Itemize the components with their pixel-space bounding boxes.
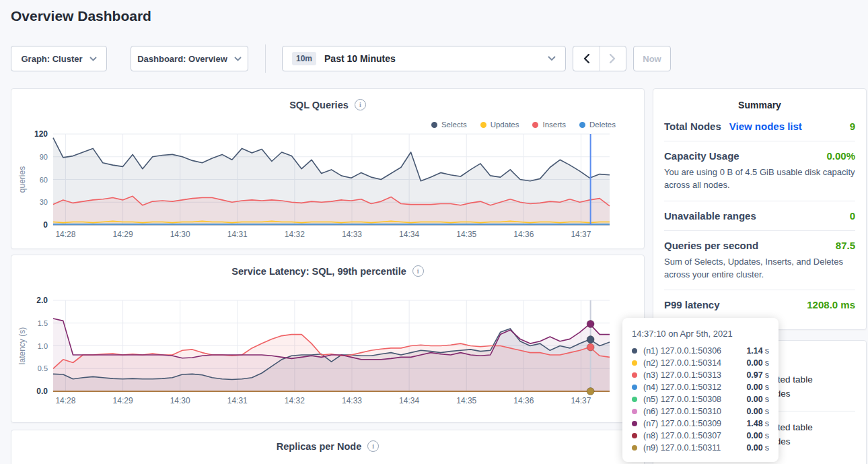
svg-text:14:29: 14:29 bbox=[113, 396, 133, 405]
tooltip-value: 0.97 bbox=[746, 370, 762, 380]
tooltip-value: 0.00 bbox=[746, 431, 762, 440]
tooltip-node-label: (n4) 127.0.0.1:50312 bbox=[643, 383, 746, 392]
svg-text:14:35: 14:35 bbox=[456, 396, 476, 405]
legend-dot-icon bbox=[480, 122, 486, 128]
svg-text:14:32: 14:32 bbox=[285, 230, 305, 239]
series-dot-icon bbox=[632, 433, 637, 438]
svg-text:14:30: 14:30 bbox=[170, 396, 190, 405]
dashboard-dropdown[interactable]: Dashboard: Overview bbox=[131, 46, 248, 71]
replicas-per-node-title: Replicas per Node bbox=[277, 441, 362, 452]
time-back-button[interactable] bbox=[573, 46, 600, 71]
service-latency-chart[interactable]: 0.00.51.01.52.014:2814:2914:3014:3114:32… bbox=[15, 294, 641, 410]
summary-row: P99 latency1208.0 ms bbox=[664, 290, 855, 319]
tooltip-value: 0.00 bbox=[746, 358, 762, 368]
now-button-label: Now bbox=[643, 54, 661, 64]
summary-heading: Summary bbox=[664, 100, 855, 110]
info-icon[interactable]: i bbox=[412, 265, 424, 277]
summary-label: P99 latency bbox=[664, 299, 720, 310]
tooltip-row: (n7) 127.0.0.1:503091.48s bbox=[632, 418, 769, 430]
summary-rows: Total NodesView nodes list9Capacity Usag… bbox=[664, 112, 855, 319]
svg-text:14:28: 14:28 bbox=[55, 230, 75, 239]
summary-value: 0 bbox=[850, 210, 855, 222]
svg-text:14:34: 14:34 bbox=[399, 396, 419, 405]
legend-dot-icon bbox=[431, 122, 437, 128]
sql-queries-title: SQL Queries bbox=[289, 100, 349, 110]
tooltip-node-label: (n8) 127.0.0.1:50307 bbox=[643, 431, 746, 440]
svg-text:14:32: 14:32 bbox=[285, 396, 305, 405]
summary-value: 9 bbox=[850, 121, 855, 132]
tooltip-row: (n8) 127.0.0.1:503070.00s bbox=[632, 430, 769, 442]
chevron-left-icon bbox=[583, 54, 589, 63]
summary-description: You are using 0 B of 4.5 GiB usable disk… bbox=[664, 166, 855, 192]
tooltip-value: 1.14 bbox=[746, 346, 762, 356]
svg-text:1.5: 1.5 bbox=[38, 319, 48, 327]
tooltip-value: 0.00 bbox=[746, 383, 762, 392]
svg-text:14:34: 14:34 bbox=[399, 230, 419, 239]
tooltip-row: (n9) 127.0.0.1:503110.00s bbox=[632, 442, 769, 454]
tooltip-node-label: (n2) 127.0.0.1:50314 bbox=[643, 358, 746, 368]
service-latency-title: Service Latency: SQL, 99th percentile bbox=[231, 266, 406, 277]
svg-text:60: 60 bbox=[40, 176, 48, 184]
page-title: Overview Dashboard bbox=[11, 8, 151, 24]
replicas-per-node-panel: Replicas per Node i bbox=[11, 430, 645, 464]
tooltip-row: (n5) 127.0.0.1:503080.00s bbox=[632, 393, 769, 405]
series-dot-icon bbox=[632, 397, 637, 402]
chevron-down-icon bbox=[548, 56, 556, 61]
summary-row: Queries per second87.5Sum of Selects, Up… bbox=[664, 231, 855, 291]
svg-text:14:37: 14:37 bbox=[571, 396, 591, 405]
legend-dot-icon bbox=[532, 122, 538, 128]
tooltip-timestamp: 14:37:10 on Apr 5th, 2021 bbox=[632, 329, 769, 339]
tooltip-rows: (n1) 127.0.0.1:503061.14s(n2) 127.0.0.1:… bbox=[632, 345, 769, 454]
info-icon[interactable]: i bbox=[367, 440, 379, 452]
svg-text:0.5: 0.5 bbox=[38, 364, 48, 372]
svg-text:1.0: 1.0 bbox=[38, 342, 48, 350]
sql-queries-panel: SQL Queries i SelectsUpdatesInsertsDelet… bbox=[11, 88, 645, 249]
chart-title-row: SQL Queries i bbox=[11, 99, 644, 110]
tooltip-node-label: (n5) 127.0.0.1:50308 bbox=[643, 395, 746, 404]
info-icon[interactable]: i bbox=[355, 99, 366, 110]
view-nodes-list-link[interactable]: View nodes list bbox=[729, 121, 802, 132]
graph-dropdown[interactable]: Graph: Cluster bbox=[11, 46, 107, 71]
chart-title-row: Service Latency: SQL, 99th percentile i bbox=[11, 265, 644, 277]
time-window-label: Past 10 Minutes bbox=[324, 53, 396, 64]
svg-text:14:28: 14:28 bbox=[55, 396, 75, 405]
svg-text:latency (s): latency (s) bbox=[17, 327, 27, 364]
tooltip-value: 0.00 bbox=[746, 443, 762, 453]
tooltip-node-label: (n6) 127.0.0.1:50310 bbox=[643, 407, 746, 416]
tooltip-unit: s bbox=[765, 431, 769, 440]
summary-row: Total NodesView nodes list9 bbox=[664, 112, 855, 141]
tooltip-value: 0.00 bbox=[746, 407, 762, 416]
chart-hover-tooltip: 14:37:10 on Apr 5th, 2021 (n1) 127.0.0.1… bbox=[622, 318, 779, 462]
svg-text:30: 30 bbox=[40, 198, 48, 206]
summary-row: Unavailable ranges0 bbox=[664, 201, 855, 231]
tooltip-unit: s bbox=[765, 407, 769, 416]
chevron-down-icon bbox=[89, 57, 97, 61]
svg-text:14:36: 14:36 bbox=[513, 396, 534, 405]
series-dot-icon bbox=[632, 360, 637, 366]
chart-svg: 0.00.51.01.52.014:2814:2914:3014:3114:32… bbox=[15, 294, 641, 407]
sql-queries-chart[interactable]: 030609012014:2814:2914:3014:3114:3214:33… bbox=[15, 128, 641, 244]
series-dot-icon bbox=[632, 372, 637, 378]
svg-text:14:31: 14:31 bbox=[227, 230, 248, 239]
svg-text:0.0: 0.0 bbox=[36, 387, 48, 396]
tooltip-value: 1.48 bbox=[746, 419, 762, 428]
series-dot-icon bbox=[632, 385, 637, 390]
time-window-dropdown[interactable]: 10m Past 10 Minutes bbox=[282, 46, 566, 71]
tooltip-unit: s bbox=[765, 419, 769, 428]
svg-text:14:30: 14:30 bbox=[170, 230, 190, 239]
summary-label: Unavailable ranges bbox=[664, 210, 756, 222]
tooltip-node-label: (n3) 127.0.0.1:50313 bbox=[643, 370, 746, 380]
svg-text:14:36: 14:36 bbox=[513, 230, 534, 239]
tooltip-row: (n6) 127.0.0.1:503100.00s bbox=[632, 405, 769, 418]
tooltip-row: (n2) 127.0.0.1:503140.00s bbox=[632, 357, 769, 369]
summary-label: Queries per second bbox=[664, 240, 758, 251]
time-forward-button[interactable] bbox=[600, 46, 626, 71]
svg-text:2.0: 2.0 bbox=[36, 296, 48, 305]
now-button[interactable]: Now bbox=[633, 46, 671, 71]
summary-label: Total Nodes bbox=[664, 121, 721, 132]
tooltip-unit: s bbox=[765, 346, 769, 356]
svg-text:120: 120 bbox=[34, 129, 48, 139]
controls-divider bbox=[265, 44, 266, 73]
summary-panel: Summary Total NodesView nodes list9Capac… bbox=[653, 88, 867, 330]
tooltip-unit: s bbox=[765, 370, 769, 380]
